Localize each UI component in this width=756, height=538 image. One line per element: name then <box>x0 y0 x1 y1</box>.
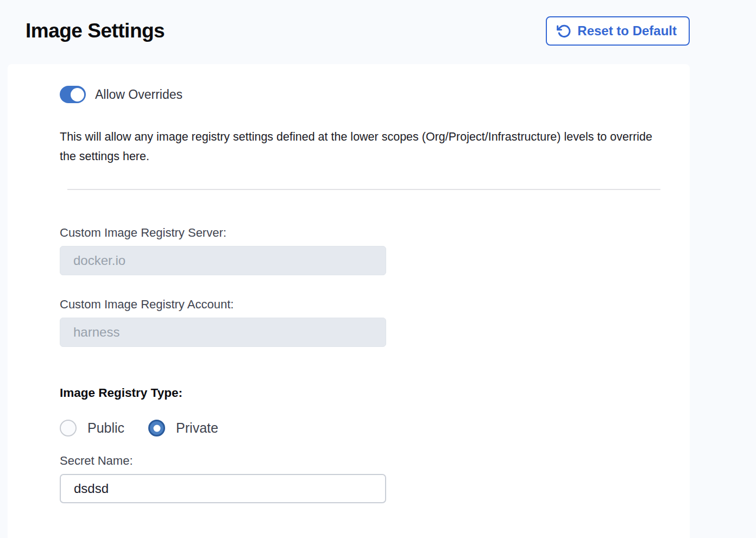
allow-overrides-label: Allow Overrides <box>95 87 182 102</box>
allow-overrides-toggle[interactable] <box>60 86 86 103</box>
section-divider <box>67 189 660 190</box>
page-header: Image Settings Reset to Default <box>0 0 756 46</box>
radio-option-public[interactable]: Public <box>60 420 124 436</box>
overrides-description: This will allow any image registry setti… <box>60 127 660 166</box>
rotate-ccw-icon <box>557 24 571 39</box>
page-title: Image Settings <box>26 20 165 42</box>
registry-type-label: Image Registry Type: <box>60 386 660 400</box>
registry-server-field: Custom Image Registry Server: <box>60 226 660 275</box>
radio-private-icon[interactable] <box>148 420 165 436</box>
reset-button-label: Reset to Default <box>577 23 677 39</box>
allow-overrides-row: Allow Overrides <box>60 86 660 103</box>
secret-name-field: Secret Name: <box>60 454 660 503</box>
secret-name-label: Secret Name: <box>60 454 660 468</box>
registry-server-label: Custom Image Registry Server: <box>60 226 660 240</box>
settings-card: Allow Overrides This will allow any imag… <box>8 64 690 538</box>
registry-server-input <box>60 246 386 275</box>
radio-private-label: Private <box>176 420 218 436</box>
toggle-knob <box>71 88 84 102</box>
radio-public-icon[interactable] <box>60 420 77 436</box>
registry-account-input <box>60 318 386 347</box>
registry-account-label: Custom Image Registry Account: <box>60 298 660 312</box>
registry-account-field: Custom Image Registry Account: <box>60 298 660 347</box>
reset-to-default-button[interactable]: Reset to Default <box>546 16 690 46</box>
registry-type-radio-group: Public Private <box>60 420 660 436</box>
radio-option-private[interactable]: Private <box>148 420 218 436</box>
registry-type-field: Image Registry Type: Public Private <box>60 386 660 436</box>
secret-name-input[interactable] <box>60 474 386 503</box>
radio-public-label: Public <box>87 420 124 436</box>
